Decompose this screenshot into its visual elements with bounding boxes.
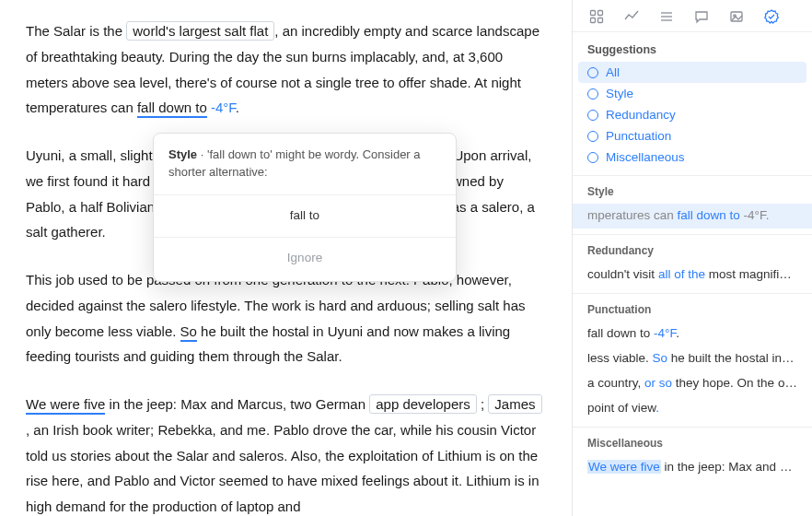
- paragraph: This job used to be passed on from one g…: [26, 267, 542, 369]
- svg-rect-1: [598, 11, 603, 16]
- comment-icon[interactable]: [694, 9, 709, 24]
- highlight-we-were-five[interactable]: We were five: [26, 396, 105, 415]
- section-redundancy: Redundancy couldn't visit all of the mos…: [573, 234, 812, 293]
- radio-icon: [587, 152, 598, 163]
- svg-rect-2: [591, 18, 596, 23]
- highlight-app-developers[interactable]: app developers: [369, 394, 477, 414]
- popup-header: Style · 'fall down to' might be wordy. C…: [154, 134, 456, 195]
- highlight-temperature[interactable]: -4°F: [211, 100, 236, 115]
- editor-pane: The Salar is the world's largest salt fl…: [0, 0, 572, 516]
- paragraph: We were five in the jeep: Max and Marcus…: [26, 392, 542, 516]
- section-miscellaneous: Miscellaneous We were five in the jeep: …: [573, 427, 812, 486]
- radio-icon: [587, 110, 598, 121]
- radio-icon: [587, 131, 598, 142]
- suggestion-item[interactable]: point of view.: [573, 396, 812, 421]
- image-icon[interactable]: [729, 9, 744, 24]
- suggestion-popup: Style · 'fall down to' might be wordy. C…: [153, 133, 457, 282]
- highlight-so[interactable]: So: [180, 323, 197, 342]
- highlight-fall-down-to[interactable]: fall down to: [137, 100, 207, 118]
- suggestion-item[interactable]: fall down to -4°F.: [573, 322, 812, 346]
- filter-all[interactable]: All: [578, 62, 806, 83]
- highlight-james[interactable]: James: [488, 394, 541, 414]
- highlight-worlds-largest[interactable]: world's largest salt flat: [126, 21, 274, 41]
- popup-message: 'fall down to' might be wordy. Consider …: [168, 147, 421, 179]
- suggestion-item[interactable]: We were five in the jeep: Max and Mar…: [573, 455, 812, 480]
- sidebar-tabs: [573, 0, 812, 32]
- stats-icon[interactable]: [624, 9, 639, 24]
- filter-miscellaneous[interactable]: Miscellaneous: [578, 147, 806, 168]
- suggestion-item[interactable]: couldn't visit all of the most magnifice…: [573, 263, 812, 287]
- popup-ignore-button[interactable]: Ignore: [154, 238, 456, 281]
- check-badge-icon[interactable]: [764, 9, 779, 24]
- list-icon[interactable]: [659, 9, 674, 24]
- svg-rect-0: [591, 11, 596, 16]
- popup-suggestion-button[interactable]: fall to: [154, 195, 456, 238]
- filter-style[interactable]: Style: [578, 83, 806, 104]
- svg-rect-3: [598, 18, 603, 23]
- suggestion-item[interactable]: mperatures can fall down to -4°F.: [573, 204, 812, 229]
- filter-redundancy[interactable]: Redundancy: [578, 104, 806, 125]
- filter-punctuation[interactable]: Punctuation: [578, 125, 806, 147]
- section-punctuation: Punctuation fall down to -4°F. less viab…: [573, 293, 812, 427]
- radio-icon: [587, 67, 598, 78]
- suggestion-item[interactable]: less viable. So he built the hostal in U…: [573, 346, 812, 371]
- filter-list: All Style Redundancy Punctuation Miscell…: [573, 62, 812, 175]
- grid-icon[interactable]: [589, 9, 604, 24]
- popup-category: Style: [168, 147, 197, 161]
- suggestion-item[interactable]: a country, or so they hope. On the oth…: [573, 371, 812, 396]
- section-style: Style mperatures can fall down to -4°F.: [573, 175, 812, 234]
- radio-icon: [587, 88, 598, 100]
- suggestions-heading: Suggestions: [573, 32, 812, 62]
- paragraph: The Salar is the world's largest salt fl…: [26, 18, 542, 121]
- sidebar: Suggestions All Style Redundancy Punctua…: [573, 0, 812, 516]
